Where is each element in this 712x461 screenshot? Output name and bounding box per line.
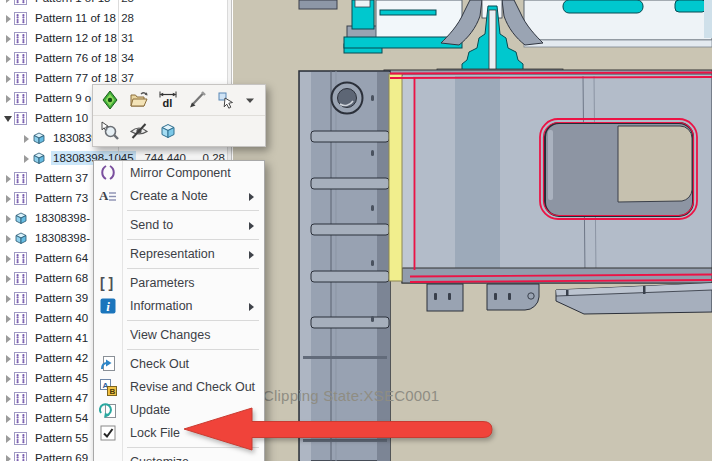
tree-item-label[interactable]: Pattern 64 [33,251,90,265]
expand-arrow-icon[interactable] [3,53,14,64]
context-menu: Mirror ComponentACreate a NoteSend toRep… [93,160,265,461]
part-icon [14,211,29,225]
menu-item-mirror-component[interactable]: Mirror Component [94,162,264,185]
mini-toolbar-row [93,115,265,146]
expand-arrow-icon[interactable] [3,413,14,424]
expand-arrow-icon[interactable] [3,33,14,44]
parameters-icon: [ ] [98,273,118,293]
tree-item-label[interactable]: Pattern 39 [33,291,90,305]
expand-arrow-icon[interactable] [3,193,14,204]
pattern-icon [14,111,29,125]
expand-arrow-icon[interactable] [3,273,14,284]
tree-item-label[interactable]: 18308398- [33,231,92,245]
tree-item-value: 34 [119,52,134,64]
menu-item-send-to[interactable]: Send to [94,214,264,237]
expand-arrow-icon[interactable] [3,333,14,344]
expand-arrow-icon[interactable] [3,213,14,224]
expand-arrow-icon[interactable] [21,153,32,164]
collapse-arrow-icon[interactable] [3,113,14,124]
menu-item-label: Check Out [130,357,189,371]
tree-item-label[interactable]: Pattern 45 [33,371,90,385]
pattern-icon [14,391,29,405]
expand-arrow-icon[interactable] [3,0,14,4]
tree-row[interactable]: Pattern 76 of 1834 [0,48,227,68]
pattern-icon [14,11,29,25]
expand-arrow-icon[interactable] [3,73,14,84]
tree-item-label[interactable]: Pattern 54 [33,411,90,425]
expand-arrow-icon[interactable] [3,313,14,324]
cad-main-panel [384,70,712,283]
expand-arrow-icon[interactable] [3,453,14,461]
expand-arrow-icon[interactable] [3,293,14,304]
menu-item-label: Parameters [130,276,195,290]
tree-item-label[interactable]: Pattern 69 [33,451,90,461]
menu-item-customize[interactable]: Customize [94,451,264,461]
select-filter-icon[interactable] [215,89,237,111]
update-icon [98,400,118,420]
menu-item-create-a-note[interactable]: ACreate a Note [94,185,264,208]
hide-icon[interactable] [128,120,150,142]
expand-arrow-icon[interactable] [3,13,14,24]
menu-item-update[interactable]: Update [94,399,264,422]
tree-item-label[interactable]: Pattern 37 [33,171,90,185]
menu-item-representation[interactable]: Representation [94,243,264,266]
dimension-icon[interactable]: dl [157,89,179,111]
menu-item-label: Lock File [130,426,180,440]
tree-item-label[interactable]: Pattern 76 of 18 [33,51,119,65]
tree-item-label[interactable]: Pattern 77 of 18 [33,71,119,85]
expand-arrow-icon[interactable] [3,373,14,384]
check-out-icon [98,354,118,374]
tree-item-label[interactable]: Pattern 11 of 18 [33,11,118,25]
svg-text:B: B [110,387,116,396]
expand-arrow-icon[interactable] [3,353,14,364]
svg-text:dl: dl [163,97,173,109]
tree-item-label[interactable]: Pattern 12 of 18 [33,31,119,45]
note-icon: A [98,186,118,206]
tree-row[interactable]: Pattern 11 of 1828 [0,8,227,28]
preview-icon[interactable] [99,120,121,142]
tree-row[interactable]: Pattern 12 of 1831 [0,28,227,48]
pattern-icon [14,51,29,65]
tree-item-label[interactable]: Pattern 55 [33,431,90,445]
tree-item-label[interactable]: Pattern 9 o [33,91,93,105]
expand-arrow-icon[interactable] [21,133,32,144]
tree-item-label[interactable]: Pattern 47 [33,391,90,405]
menu-item-revise-and-check-out[interactable]: ABRevise and Check Out [94,376,264,399]
pattern-icon [14,271,29,285]
dropdown-arrow-icon[interactable] [244,89,256,111]
tree-row[interactable]: Pattern 1 of 1825 [0,0,227,8]
expand-arrow-icon[interactable] [3,393,14,404]
tree-item-label[interactable]: Pattern 68 [33,271,90,285]
measure-icon[interactable] [186,89,208,111]
menu-item-information[interactable]: iInformation [94,295,264,318]
locate-icon[interactable] [99,89,121,111]
pattern-icon [14,251,29,265]
tree-item-label[interactable]: Pattern 73 [33,191,90,205]
pattern-icon [14,291,29,305]
tree-item-label[interactable]: 18308398- [33,211,92,225]
tree-item-label[interactable]: Pattern 41 [33,331,90,345]
menu-item-label: Customize [130,455,189,461]
expand-arrow-icon[interactable] [3,433,14,444]
submenu-arrow-icon [249,303,254,311]
tree-item-label[interactable]: Pattern 42 [33,351,90,365]
tree-item-value: 25 [119,0,134,4]
menu-item-parameters[interactable]: [ ]Parameters [94,272,264,295]
cad-window-cutout [545,123,693,216]
shaded-view-icon[interactable] [157,120,179,142]
tree-item-label[interactable]: Pattern 10 [33,111,90,125]
expand-arrow-icon[interactable] [3,173,14,184]
tree-item-label[interactable]: Pattern 40 [33,311,90,325]
open-icon[interactable] [128,89,150,111]
menu-item-view-changes[interactable]: View Changes [94,324,264,347]
pattern-icon [14,0,29,5]
tree-item-label[interactable]: Pattern 1 of 18 [33,0,112,5]
application-window: { "colors": { "cad-background": "#cac5b3… [0,0,712,461]
mini-toolbar: dl [92,84,266,147]
menu-item-lock-file[interactable]: Lock File [94,422,264,445]
expand-arrow-icon[interactable] [3,93,14,104]
menu-item-label: Revise and Check Out [130,380,255,394]
menu-item-check-out[interactable]: Check Out [94,353,264,376]
expand-arrow-icon[interactable] [3,253,14,264]
expand-arrow-icon[interactable] [3,233,14,244]
